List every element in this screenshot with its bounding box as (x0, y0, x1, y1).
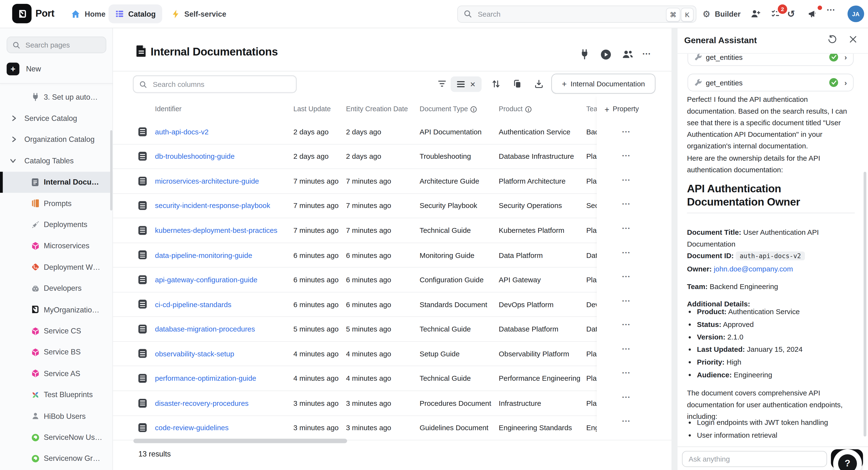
row-menu-icon[interactable] (620, 127, 633, 137)
add-property-button[interactable]: + Property (604, 99, 639, 120)
sidebar-item-setup-auto[interactable]: 3. Set up auto… (0, 86, 113, 108)
sidebar-scrollbar[interactable] (110, 130, 112, 211)
identifier-link[interactable]: data-pipeline-monitoring-guide (155, 251, 252, 259)
row-menu-icon[interactable] (620, 296, 633, 305)
download-icon[interactable] (534, 79, 544, 89)
more-icon[interactable]: ••• (643, 51, 651, 56)
sidebar-item-test-blueprints[interactable]: Test Blueprints (0, 384, 113, 405)
identifier-link[interactable]: auth-api-docs-v2 (155, 128, 209, 136)
creation-date-cell: 3 minutes ago (346, 424, 391, 432)
filter-icon[interactable] (437, 79, 447, 88)
row-menu-icon[interactable] (620, 247, 633, 257)
sidebar-item-developers[interactable]: Developers (0, 278, 113, 299)
horizontal-scrollbar[interactable] (133, 439, 347, 443)
sidebar-item-myorganization[interactable]: MyOrganizatio… (0, 299, 113, 320)
sidebar-group-organization-catalog[interactable]: Organization Catalog (0, 129, 113, 150)
document-type-cell: Setup Guide (420, 350, 460, 358)
robot-icon (31, 284, 40, 293)
more-icon[interactable]: ••• (827, 7, 835, 13)
row-menu-icon[interactable] (620, 416, 633, 426)
row-menu-icon[interactable] (620, 223, 633, 233)
sidebar-item-prompts[interactable]: Prompts (0, 193, 113, 214)
doc-id-label: Document ID: (687, 252, 734, 260)
avatar[interactable]: JA (847, 5, 864, 22)
sidebar-search-input[interactable] (24, 40, 99, 50)
row-menu-icon[interactable] (620, 320, 633, 330)
row-menu-icon[interactable] (620, 175, 633, 185)
identifier-link[interactable]: security-incident-response-playbook (155, 202, 270, 210)
col-entity-creation-date[interactable]: Entity Creation Date (346, 99, 408, 120)
sidebar-group-catalog-tables[interactable]: Catalog Tables (0, 150, 113, 172)
owner-link[interactable]: john.doe@company.com (714, 265, 793, 273)
nav-home[interactable]: Home (71, 0, 105, 28)
play-circle-icon[interactable] (600, 49, 612, 60)
new-button[interactable]: + New (7, 61, 41, 77)
clear-view-icon[interactable]: ✕ (470, 80, 476, 88)
plug-icon[interactable] (580, 49, 590, 60)
column-search[interactable] (133, 75, 297, 93)
row-menu-icon[interactable] (620, 271, 633, 281)
table-row: disaster-recovery-procedures 3 minutes a… (113, 391, 672, 416)
rocket-icon (31, 220, 40, 229)
view-toggle[interactable]: ✕ (451, 77, 482, 92)
identifier-link[interactable]: observability-stack-setup (155, 350, 234, 358)
reset-icon[interactable] (828, 35, 837, 45)
document-type-cell: Technical Guide (420, 226, 471, 235)
col-product[interactable]: Producti (499, 99, 532, 120)
row-menu-icon[interactable] (620, 344, 633, 354)
col-identifier[interactable]: Identifier (155, 99, 182, 120)
sidebar-item-service-bs[interactable]: Service BS (0, 342, 113, 363)
identifier-link[interactable]: kubernetes-deployment-best-practices (155, 226, 278, 235)
ask-input[interactable] (682, 451, 827, 467)
assistant-panel: General Assistant get_entities › get_ent… (678, 28, 868, 470)
identifier-link[interactable]: microservices-architecture-guide (155, 177, 259, 185)
close-icon[interactable] (849, 35, 858, 44)
identifier-link[interactable]: performance-optimization-guide (155, 374, 256, 382)
copy-icon[interactable] (513, 79, 522, 89)
sidebar-item-servicenow-groups[interactable]: Servicenow Gr… (0, 448, 113, 469)
identifier-link[interactable]: db-troubleshooting-guide (155, 152, 235, 160)
sidebar-group-service-catalog[interactable]: Service Catalog (0, 108, 113, 129)
document-icon (138, 374, 147, 383)
col-team[interactable]: Tea (586, 99, 597, 120)
assistant-scrollbar[interactable] (864, 172, 866, 437)
sort-icon[interactable] (492, 79, 500, 89)
nav-self-service[interactable]: Self-service (172, 0, 226, 28)
port-logo[interactable] (12, 4, 32, 23)
identifier-link[interactable]: disaster-recovery-procedures (155, 399, 249, 407)
tool-call-card[interactable]: get_entities › (688, 53, 854, 66)
add-internal-documentation-button[interactable]: + Internal Documentation (551, 74, 656, 94)
tool-call-card[interactable]: get_entities › (688, 74, 854, 91)
row-menu-icon[interactable] (620, 368, 633, 378)
identifier-link[interactable]: code-review-guidelines (155, 424, 228, 432)
creation-date-cell: 7 minutes ago (346, 177, 391, 185)
sidebar-item-internal-documentations[interactable]: Internal Docu… (0, 172, 113, 193)
col-document-type[interactable]: Document Typei (420, 99, 477, 120)
row-menu-icon[interactable] (620, 199, 633, 209)
sidebar-search[interactable] (7, 37, 106, 53)
sidebar-item-hibob-users[interactable]: HiBob Users (0, 406, 113, 427)
column-search-input[interactable] (152, 79, 281, 89)
identifier-link[interactable]: ci-cd-pipeline-standards (155, 300, 231, 309)
sidebar-item-deployment-workflows[interactable]: Deployment W… (0, 257, 113, 278)
global-search-input[interactable] (477, 9, 634, 19)
col-last-update[interactable]: Last Update (293, 99, 331, 120)
sidebar-item-microservices[interactable]: Microservices (0, 235, 113, 257)
invite-user-icon[interactable] (750, 8, 761, 19)
sidebar-item-service-as[interactable]: Service AS (0, 363, 113, 384)
sidebar-item-service-cs[interactable]: Service CS (0, 320, 113, 342)
sidebar-item-deployments[interactable]: Deployments (0, 214, 113, 235)
builder-button[interactable]: ⚙ Builder (703, 0, 741, 28)
sidebar-divider (0, 83, 113, 84)
history-icon[interactable]: ↺ (787, 8, 795, 20)
people-icon[interactable] (622, 49, 634, 60)
global-search[interactable]: ⌘ K (457, 5, 696, 23)
row-menu-icon[interactable] (620, 151, 633, 161)
nav-catalog[interactable]: Catalog (108, 4, 162, 23)
identifier-link[interactable]: database-migration-procedures (155, 325, 255, 333)
row-menu-icon[interactable] (620, 392, 633, 402)
table-row: api-gateway-configuration-guide 6 minute… (113, 268, 672, 292)
sidebar-item-servicenow-users[interactable]: ServiceNow Us… (0, 427, 113, 448)
announcements-icon[interactable] (807, 8, 818, 19)
identifier-link[interactable]: api-gateway-configuration-guide (155, 275, 257, 284)
